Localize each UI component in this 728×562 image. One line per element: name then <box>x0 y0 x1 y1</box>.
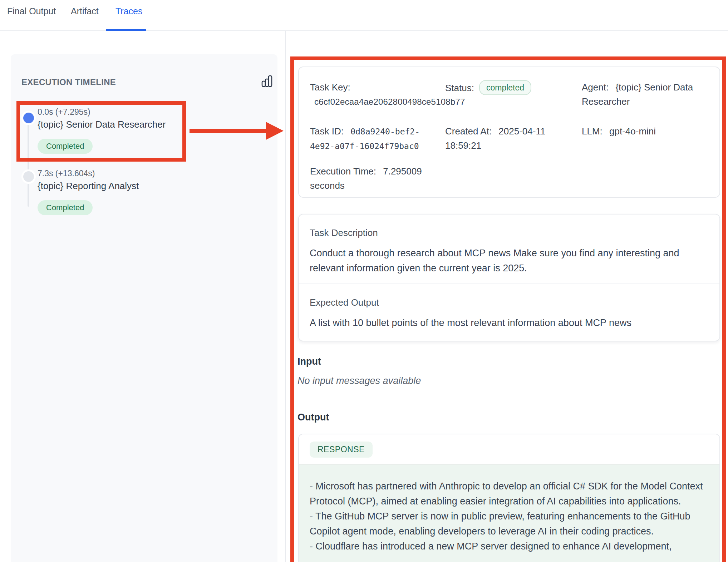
status-label: Status: <box>445 83 474 93</box>
response-body: - Microsoft has partnered with Anthropic… <box>299 465 719 562</box>
execution-time-field: Execution Time: 7.295009 seconds <box>310 164 432 193</box>
task-description-card: Task Description Conduct a thorough rese… <box>298 214 720 341</box>
output-card-header: RESPONSE <box>299 434 719 465</box>
response-text-line: - The GitHub MCP server is now in public… <box>310 509 707 539</box>
task-description-title: Task Description <box>310 227 705 238</box>
llm-value: gpt-4o-mini <box>609 126 656 137</box>
execution-time-label: Execution Time: <box>310 166 376 177</box>
status-pill: completed <box>479 80 531 95</box>
task-id-label: Task ID: <box>310 126 344 137</box>
expected-output-section: Expected Output A list with 10 bullet po… <box>299 284 719 354</box>
expected-output-body: A list with 10 bullet points of the most… <box>310 315 705 330</box>
llm-label: LLM: <box>582 126 602 137</box>
traces-page: Final Output Artifact Traces EXECUTION T… <box>0 0 728 562</box>
output-heading: Output <box>297 412 329 423</box>
created-at-field: Created At: 2025-04-11 18:59:21 <box>445 124 563 153</box>
agent-field: Agent: {topic} Senior Data Researcher <box>582 80 714 109</box>
status-field: Status:completed <box>445 80 577 95</box>
input-heading: Input <box>297 356 321 367</box>
response-badge: RESPONSE <box>310 442 373 458</box>
task-key-label: Task Key: <box>310 82 350 93</box>
response-text-line: - Cloudflare has introduced a new MCP se… <box>310 539 707 554</box>
task-details-panel: Task Key: c6cf02ecaa4ae2062800498ce5108b… <box>0 0 728 562</box>
llm-field: LLM: gpt-4o-mini <box>582 124 714 138</box>
agent-label: Agent: <box>582 82 609 93</box>
task-id-field: Task ID: 0d8a9240-bef2-4e92-a07f-16024f7… <box>310 124 432 153</box>
task-key-value: c6cf02ecaa4ae2062800498ce5108b77 <box>314 97 465 107</box>
created-at-label: Created At: <box>445 126 492 137</box>
expected-output-title: Expected Output <box>310 297 705 308</box>
task-description-body: Conduct a thorough research about MCP ne… <box>310 246 705 276</box>
response-text-line: - Microsoft has partnered with Anthropic… <box>310 479 707 509</box>
output-card: RESPONSE - Microsoft has partnered with … <box>298 434 720 562</box>
task-key-field: Task Key: c6cf02ecaa4ae2062800498ce5108b… <box>310 80 460 109</box>
input-empty-message: No input messages available <box>297 375 421 386</box>
task-meta-card: Task Key: c6cf02ecaa4ae2062800498ce5108b… <box>298 66 720 198</box>
task-description-section: Task Description Conduct a thorough rese… <box>299 215 719 284</box>
